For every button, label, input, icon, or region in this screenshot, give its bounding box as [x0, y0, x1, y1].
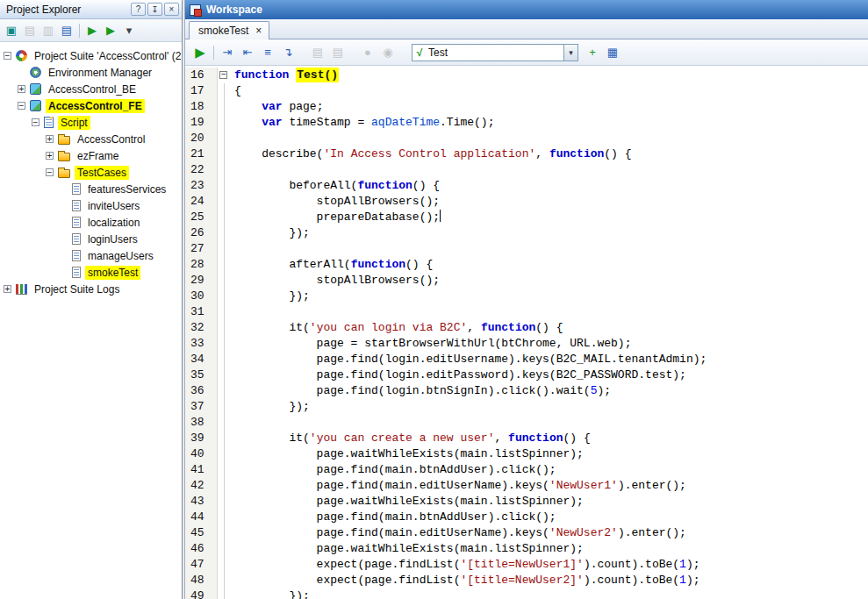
code-line[interactable]: });: [231, 225, 868, 241]
line-number[interactable]: 49: [185, 588, 218, 599]
code-line[interactable]: afterAll(function() {: [231, 257, 868, 273]
line-number[interactable]: 25: [185, 210, 218, 225]
code-line[interactable]: page.waitWhileExists(main.listSpinner);: [231, 494, 868, 510]
code-line[interactable]: page = startBrowserWithUrl(btChrome, URL…: [231, 336, 868, 352]
fold-minus-box[interactable]: [219, 71, 227, 79]
line-number[interactable]: 22: [185, 162, 218, 178]
code-line[interactable]: var page;: [231, 99, 868, 115]
tab-close-icon[interactable]: ×: [255, 25, 262, 36]
line-number[interactable]: 36: [185, 383, 218, 399]
line-number[interactable]: 37: [185, 399, 218, 415]
code-line[interactable]: [231, 241, 868, 257]
code-line[interactable]: page.find(main.btnAddUser).click();: [231, 462, 868, 478]
line-number[interactable]: 39: [185, 431, 218, 446]
line-number[interactable]: 45: [185, 525, 218, 541]
code-line[interactable]: page.find(login.editUsername).keys(B2C_M…: [231, 352, 868, 367]
line-number[interactable]: 48: [185, 573, 218, 588]
tree-item-script[interactable]: Script: [0, 114, 182, 131]
tree-item-localization[interactable]: localization: [0, 214, 182, 231]
line-number[interactable]: 32: [185, 320, 218, 336]
fold-collapse-icon[interactable]: [218, 68, 231, 83]
line-number[interactable]: 40: [185, 446, 218, 462]
run-item-icon[interactable]: ▶: [83, 22, 101, 39]
expand-icon[interactable]: [46, 135, 54, 143]
tree-item-testcases[interactable]: TestCases: [0, 164, 182, 181]
add-new-item-icon[interactable]: ▣: [3, 22, 20, 39]
line-number[interactable]: 27: [185, 241, 218, 257]
code-line[interactable]: page.find(main.btnAddUser).click();: [231, 510, 868, 525]
line-number[interactable]: 26: [185, 225, 218, 241]
code-line[interactable]: beforeAll(function() {: [231, 178, 868, 194]
line-number[interactable]: 42: [185, 478, 218, 494]
run-test-button[interactable]: ▶: [190, 43, 210, 61]
tree-item-manageusers[interactable]: manageUsers: [0, 247, 182, 264]
tree-item-environment-manager[interactable]: Environment Manager: [0, 64, 182, 81]
tree-item-smoketest[interactable]: smokeTest: [0, 264, 182, 281]
line-number[interactable]: 46: [185, 541, 218, 557]
add-test-item-icon[interactable]: +: [583, 43, 602, 61]
code-line[interactable]: [231, 131, 868, 146]
view-code-icon[interactable]: ▤: [58, 22, 75, 39]
line-number[interactable]: 18: [185, 99, 218, 115]
tree-item-accesscontrol-fe[interactable]: AccessControl_FE: [0, 97, 182, 114]
expand-icon[interactable]: [18, 85, 25, 93]
test-selector-combo[interactable]: √ Test ▾: [412, 44, 578, 61]
line-number[interactable]: 30: [185, 289, 218, 304]
line-number[interactable]: 41: [185, 462, 218, 478]
code-line[interactable]: function Test(): [231, 68, 868, 83]
editor-options-icon[interactable]: ▦: [603, 43, 622, 61]
line-number[interactable]: 19: [185, 115, 218, 131]
format-lines-icon[interactable]: ≡: [258, 43, 277, 61]
code-line[interactable]: page.find(login.btnSignIn).click().wait(…: [231, 383, 868, 399]
expand-icon[interactable]: [4, 285, 11, 293]
code-editor[interactable]: 16function Test()17{18 var page;19 var t…: [185, 66, 868, 599]
code-line[interactable]: stopAllBrowsers();: [231, 194, 868, 210]
line-number[interactable]: 38: [185, 415, 218, 431]
tree-item-accesscontrol-be[interactable]: AccessControl_BE: [0, 81, 182, 97]
line-number[interactable]: 34: [185, 352, 218, 367]
code-line[interactable]: [231, 162, 868, 178]
code-line[interactable]: page.find(login.editPassword).keys(B2C_P…: [231, 367, 868, 383]
line-number[interactable]: 33: [185, 336, 218, 352]
combo-dropdown-button[interactable]: ▾: [563, 45, 577, 61]
tree-item-project-suite-logs[interactable]: Project Suite Logs: [0, 281, 182, 297]
collapse-icon[interactable]: [46, 168, 54, 176]
line-number[interactable]: 24: [185, 194, 218, 210]
collapse-icon[interactable]: [18, 102, 25, 110]
code-line[interactable]: prepareDatabase();: [231, 210, 868, 225]
code-line[interactable]: page.waitWhileExists(main.listSpinner);: [231, 446, 868, 462]
tree-item-loginusers[interactable]: loginUsers: [0, 231, 182, 247]
code-line[interactable]: stopAllBrowsers();: [231, 273, 868, 289]
decrease-indent-icon[interactable]: ⇤: [238, 43, 257, 61]
help-icon[interactable]: ?: [131, 3, 146, 16]
code-line[interactable]: [231, 415, 868, 431]
line-number[interactable]: 43: [185, 494, 218, 510]
code-line[interactable]: {: [231, 83, 868, 99]
tree-item-featuresservices[interactable]: featuresServices: [0, 181, 182, 197]
line-number[interactable]: 29: [185, 273, 218, 289]
code-line[interactable]: });: [231, 399, 868, 415]
line-number[interactable]: 31: [185, 304, 218, 320]
code-line[interactable]: [231, 304, 868, 320]
wrap-lines-icon[interactable]: ↴: [278, 43, 298, 61]
line-number[interactable]: 28: [185, 257, 218, 273]
collapse-icon[interactable]: [32, 118, 39, 126]
code-line[interactable]: page.find(main.editUserName).keys('NewUs…: [231, 478, 868, 494]
line-number[interactable]: 44: [185, 510, 218, 525]
tab-smoketest[interactable]: smokeTest ×: [189, 21, 269, 39]
line-number[interactable]: 35: [185, 367, 218, 383]
tree-item-ezframe[interactable]: ezFrame: [0, 147, 182, 164]
increase-indent-icon[interactable]: ⇥: [218, 43, 237, 61]
code-line[interactable]: expect(page.findList('[title=NewUser1]')…: [231, 557, 868, 573]
code-line[interactable]: it('you can login via B2C', function() {: [231, 320, 868, 336]
expand-icon[interactable]: [46, 152, 54, 160]
pin-icon[interactable]: ↧: [147, 3, 162, 16]
code-line[interactable]: it('you can create a new user', function…: [231, 431, 868, 446]
tree-item-accesscontrol[interactable]: AccessControl: [0, 131, 182, 147]
tree-item-inviteusers[interactable]: inviteUsers: [0, 197, 182, 214]
run-project-icon[interactable]: ▶: [102, 22, 119, 39]
line-number[interactable]: 23: [185, 178, 218, 194]
code-line[interactable]: expect(page.findList('[title=NewUser2]')…: [231, 573, 868, 588]
code-line[interactable]: page.waitWhileExists(main.listSpinner);: [231, 541, 868, 557]
code-line[interactable]: var timeStamp = aqDateTime.Time();: [231, 115, 868, 131]
